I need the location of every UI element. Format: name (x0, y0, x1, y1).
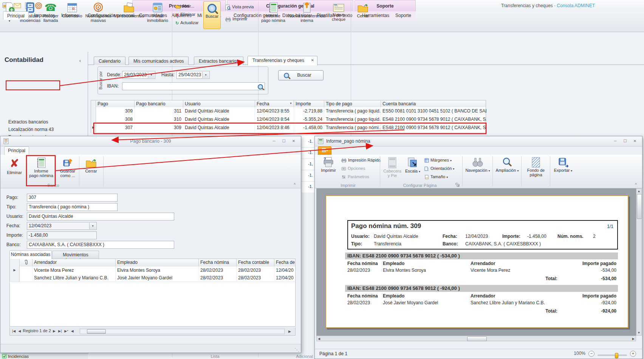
prev-record-icon[interactable]: ◀ (18, 329, 21, 333)
buscar-button[interactable]: Buscar (278, 70, 324, 80)
scroll-down-icon[interactable]: ▼ (636, 331, 641, 334)
first-record-icon[interactable]: |◀ (12, 329, 15, 333)
cabecera-pie-button[interactable]: Cabeceray Pie (382, 156, 402, 184)
hasta-input[interactable]: 25/04/2023▾ (176, 71, 210, 79)
dialog-cerrar-button[interactable]: Cerrar (80, 156, 102, 184)
recoger-llamada-button[interactable]: ☎ Recogerllamada (42, 1, 60, 29)
col-empleado[interactable]: Empleado (116, 259, 199, 267)
notificaciones-masivas-button[interactable]: Notificacionesmasivas (85, 1, 112, 29)
table-row-selected[interactable]: ▶ 307 309 David Quintas Alcalde 12/04/20… (91, 124, 486, 133)
col-arrendador[interactable]: Arrendador (33, 259, 116, 267)
opciones-button[interactable]: Opciones (341, 166, 365, 173)
h-scrollbar[interactable]: ◀ ▶ (316, 336, 636, 341)
table-row[interactable]: Sanchez Llibre Julian y Mariano C.B. Jos… (10, 274, 295, 282)
collapse-ribbon-icon[interactable]: ^ (294, 183, 296, 187)
margenes-button[interactable]: Márgenes ▾ (424, 158, 452, 165)
col-usuario[interactable]: Usuario (183, 100, 255, 107)
doctab-extractos[interactable]: Extractos bancarios (194, 57, 243, 65)
exportar-button[interactable]: Exportar ▾ (552, 156, 574, 184)
minimize-icon[interactable]: ─ (269, 138, 279, 144)
banco-field[interactable]: CAIXABANK, S.A. ( CAIXESBBXXX ) (27, 241, 174, 249)
scroll-left-icon[interactable]: ◀ (71, 329, 74, 333)
tamano-button[interactable]: Tamaño ▾ (424, 174, 448, 181)
attachment-column[interactable] (20, 259, 33, 267)
ampliacion-button[interactable]: Ampliación ▾ (495, 156, 519, 184)
minimize-icon[interactable]: ─ (610, 138, 620, 144)
cerrar-ribbon-button[interactable]: Cerrar (353, 1, 373, 29)
table-row[interactable]: ▶ Vicente Mora Perez Elvira Montes Soroy… (10, 267, 295, 274)
zoom-slider[interactable] (598, 354, 627, 356)
escala-button[interactable]: Escala ▾ (404, 156, 421, 184)
usuario-field[interactable]: David Quintas Alcalde (27, 213, 174, 220)
scrollbar-thumb[interactable] (467, 336, 487, 341)
sidebar-item-norma43[interactable]: Localización norma 43 (8, 126, 54, 133)
collapse-chevron-icon[interactable]: ‹ (79, 58, 81, 63)
informe-pago-nomina-button[interactable]: Informepago nómina (261, 1, 286, 29)
maximize-icon[interactable]: ☐ (279, 138, 289, 144)
vista-previa-button[interactable]: Vista previa (225, 5, 254, 11)
doctab-comunicados[interactable]: Mis comunicados activos (128, 57, 189, 65)
last-record-icon[interactable]: ▶| (58, 329, 62, 333)
close-icon[interactable]: ✕ (630, 138, 640, 144)
tab-movimientos-bancarios[interactable]: Movimientos bancarios (52, 251, 99, 259)
tipo-field[interactable]: Transferencia ( pago nómina ) (27, 203, 118, 211)
col-importe[interactable]: Importe (294, 100, 324, 107)
maximize-icon[interactable]: ☐ (620, 138, 630, 144)
calendario-button[interactable]: Calendario (61, 1, 83, 29)
parametros-button[interactable]: Parámetros (341, 174, 369, 181)
doctab-calendario[interactable]: Calendario (94, 57, 125, 65)
tab-nominas-asociadas[interactable]: Nóminas asociadas (9, 250, 52, 259)
search-icon[interactable] (258, 84, 263, 90)
scroll-left-icon[interactable]: ◀ (318, 337, 320, 341)
tab-principal[interactable]: Principal (3, 11, 29, 20)
fecha-field[interactable]: 12/04/2023▾ (27, 222, 97, 230)
impresion-rapida-button[interactable]: Impresión Rápida (341, 158, 381, 165)
dialog-titlebar[interactable]: Pago bancario - 309 ─☐✕ (0, 136, 301, 146)
dialog-eliminar-button[interactable]: ✘ Eliminar (3, 156, 25, 184)
report-menu-tab[interactable]: ▤▾ (318, 146, 331, 155)
abrir-button[interactable]: Abrir... (175, 4, 194, 11)
imprimir-button[interactable]: Imprimir (225, 17, 248, 23)
new-record-icon[interactable]: ▶* (64, 329, 68, 333)
col-fecha-nomina[interactable]: Fecha nómina (199, 259, 237, 267)
scrollbar-thumb[interactable] (637, 194, 642, 219)
navegacion-button[interactable]: Navegación ▾ (465, 156, 490, 184)
zoom-slider-thumb[interactable] (615, 353, 618, 358)
orientacion-button[interactable]: Orientación ▾ (424, 166, 454, 173)
col-fecha-contable[interactable]: Fecha contable (237, 259, 274, 267)
report-titlebar[interactable]: Informe_pago nómina ─☐✕ (315, 136, 642, 146)
table-row[interactable]: 309 311 David Quintas Alcalde 12/04/2023… (91, 107, 486, 116)
importe-field[interactable]: -1.458,00 (27, 231, 97, 239)
tab-soporte[interactable]: Soporte (392, 12, 415, 20)
chevron-down-icon[interactable]: ▾ (202, 72, 209, 78)
table-row[interactable]: 308 310 David Quintas Alcalde 12/04/2023… (91, 116, 486, 124)
zoom-in-icon[interactable]: + (630, 351, 636, 357)
col-pago[interactable]: Pago (96, 100, 135, 107)
desde-input[interactable]: 26/03/2023▾ (122, 71, 155, 79)
col-cuenta-bancaria[interactable]: Cuenta bancaria (381, 100, 486, 107)
scrollbar-thumb[interactable] (87, 329, 106, 334)
scroll-up-icon[interactable]: ▲ (636, 190, 641, 193)
h-scrollbar[interactable] (80, 329, 285, 334)
dialog-informe-pago-nomina-button[interactable]: Informepago nómina (28, 156, 54, 184)
mis-documentos-button[interactable]: Mis documentos (113, 1, 144, 29)
next-record-icon[interactable]: ▶ (53, 329, 56, 333)
col-fecha-de[interactable]: Fecha de (274, 259, 296, 267)
zoom-out-icon[interactable]: − (588, 351, 594, 357)
doctab-transferencias[interactable]: Transferencias y cheques ✕ (248, 56, 317, 65)
actualizar-button[interactable]: ↻Actualizar (175, 20, 199, 27)
scroll-right-icon[interactable]: ▶ (288, 330, 291, 333)
fondo-pagina-button[interactable]: Fondo depágina (523, 156, 548, 184)
close-tab-icon[interactable]: ✕ (311, 58, 314, 62)
iban-input[interactable] (122, 82, 265, 90)
nuevo-cheque-button[interactable]: Nuevocheque (329, 1, 348, 29)
col-pago-bancario[interactable]: Pago bancario (135, 100, 183, 107)
pago-field[interactable]: 307 (27, 194, 118, 202)
scroll-right-icon[interactable]: ▶ (632, 337, 635, 341)
dialog-guardar-como-button[interactable]: Guardarcomo ... (57, 156, 78, 184)
portal-inmobiliario-button[interactable]: Portalinmobiliario (147, 1, 169, 29)
dialog-tab-principal[interactable]: Principal (4, 146, 29, 155)
col-fecha[interactable]: Fecha▼ (255, 100, 294, 107)
chevron-down-icon[interactable]: ▾ (148, 72, 155, 78)
close-icon[interactable]: ✕ (289, 138, 299, 144)
